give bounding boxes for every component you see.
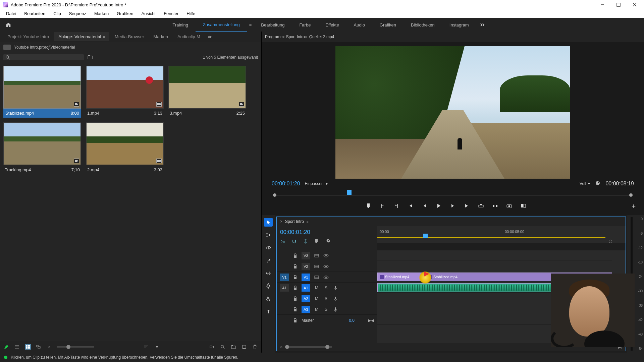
icon-view-button[interactable] [25,344,31,350]
mark-in-button[interactable] [379,202,386,209]
settings-toggle[interactable] [326,239,332,245]
lock-icon[interactable] [292,253,298,259]
list-view-button[interactable] [14,344,20,350]
lock-icon[interactable] [292,274,298,280]
program-scrub[interactable] [270,190,635,197]
thumbnail-zoom-slider[interactable] [57,346,94,348]
button-editor-button[interactable]: ＋ [630,202,637,209]
clip-item[interactable]: 2.mp43:03 [86,122,164,174]
menu-bearbeiten[interactable]: Bearbeiten [21,10,49,17]
lock-icon[interactable] [292,263,298,269]
project-search[interactable] [3,54,84,60]
type-tool[interactable] [264,307,273,316]
pen-tool[interactable] [264,282,273,290]
program-playhead[interactable] [347,190,352,195]
nest-toggle[interactable] [280,239,287,245]
lift-button[interactable] [477,202,485,209]
workspace-tab-bearbeitung[interactable]: Bearbeitung [254,18,292,32]
audio-track-header[interactable]: A1A1MS [277,283,377,293]
add-marker-button[interactable] [365,202,372,209]
panel-tab[interactable]: Ablage: Videomaterial≡ [54,32,109,41]
sort-menu-button[interactable]: ▾ [154,344,160,350]
scrub-in-handle[interactable] [273,193,276,197]
lock-icon[interactable] [292,296,298,302]
extract-button[interactable] [491,202,499,209]
minimize-button[interactable] [596,0,609,9]
workspace-tab-bibliotheken[interactable]: Bibliotheken [404,18,442,32]
track-target[interactable]: A1 [302,284,310,292]
track-target[interactable]: V1 [302,274,310,281]
work-area-end[interactable] [609,240,612,243]
timeline-close-button[interactable]: × [280,219,282,224]
panel-tab[interactable]: Projekt: Youtube Intro [3,32,53,41]
solo-button[interactable]: S [323,296,329,302]
menu-hilfe[interactable]: Hilfe [183,10,199,17]
project-search-input[interactable] [10,55,82,60]
eye-icon[interactable] [323,263,329,269]
marker-toggle[interactable] [314,239,321,245]
mute-button[interactable]: M [314,306,320,312]
timeline-menu-icon[interactable]: ≡ [307,220,309,224]
timeline-timecode[interactable]: 00:00:01:20 [280,229,374,238]
program-timecode-left[interactable]: 00:00:01:20 [272,181,300,187]
video-track-header[interactable]: V3 [277,250,377,261]
workspace-tab-effekte[interactable]: Effekte [318,18,346,32]
new-bin-button[interactable] [230,344,236,350]
track-target[interactable]: V2 [302,263,310,270]
new-item-button[interactable] [241,344,247,350]
menu-ansicht[interactable]: Ansicht [138,10,159,17]
panel-menu-icon[interactable]: ≡ [305,35,307,39]
sort-button[interactable] [143,344,149,350]
panel-tab[interactable]: Marken [150,32,172,41]
timeline-name[interactable]: Sport Intro [285,219,304,224]
track-select-tool[interactable] [264,231,273,239]
play-button[interactable] [435,202,442,209]
go-to-end-icon[interactable]: ▶◀ [368,318,374,323]
menu-clip[interactable]: Clip [50,10,64,17]
workspace-tab-zusammenstellung[interactable]: Zusammenstellung [196,18,247,32]
lock-icon[interactable] [292,317,298,323]
program-quality-select[interactable]: Voll▾ [580,181,590,186]
workspace-tab-farbe[interactable]: Farbe [292,18,318,32]
eye-icon[interactable] [323,253,329,259]
sync-lock-icon[interactable] [314,274,320,280]
hand-tool[interactable] [264,294,273,303]
clip-item[interactable]: Stabilized.mp48:00 [3,66,81,118]
step-forward-button[interactable] [449,202,457,209]
maximize-button[interactable] [612,0,625,9]
track-target[interactable]: A3 [302,306,310,313]
menu-marken[interactable]: Marken [91,10,112,17]
timeline-ruler[interactable]: :00:00 00:00:05:00 [377,226,626,243]
panel-tab[interactable]: Audioclip-M [173,32,204,41]
panel-tab[interactable]: Media-Browser [111,32,148,41]
record-icon[interactable] [332,285,338,291]
close-button[interactable] [628,0,641,9]
clip-item[interactable]: 3.mp42:25 [168,66,246,118]
record-icon[interactable] [332,296,338,302]
workspace-tab-menu-icon[interactable]: ≡ [247,18,254,32]
sync-lock-icon[interactable] [314,263,320,269]
timeline-playhead[interactable] [423,234,428,238]
workspace-overflow-button[interactable] [478,23,488,27]
freeform-view-button[interactable] [36,344,42,350]
settings-icon[interactable] [595,181,601,187]
audio-track-header[interactable]: A3MS [277,304,377,315]
clip-item[interactable]: 1.mp43:13 [86,66,164,118]
ripple-edit-tool[interactable] [264,243,273,252]
program-fit-select[interactable]: Einpassen▾ [305,181,328,186]
program-tab[interactable]: Quelle: 2.mp4 [309,35,334,39]
sync-lock-icon[interactable] [314,253,320,259]
razor-tool[interactable] [264,256,273,265]
workspace-tab-training[interactable]: Training [165,18,195,32]
workspace-tab-instagram[interactable]: Instagram [442,18,476,32]
slip-tool[interactable] [264,269,273,278]
eye-icon[interactable] [323,274,329,280]
comparison-button[interactable] [520,202,527,209]
find-button[interactable] [220,344,226,350]
track-target[interactable]: V3 [302,252,310,259]
automate-button[interactable] [209,344,215,350]
mute-button[interactable]: M [314,296,320,302]
video-track-header[interactable]: V1V1 [277,272,377,283]
master-value[interactable]: 0,0 [349,318,355,323]
source-patch[interactable]: V1 [280,274,289,281]
